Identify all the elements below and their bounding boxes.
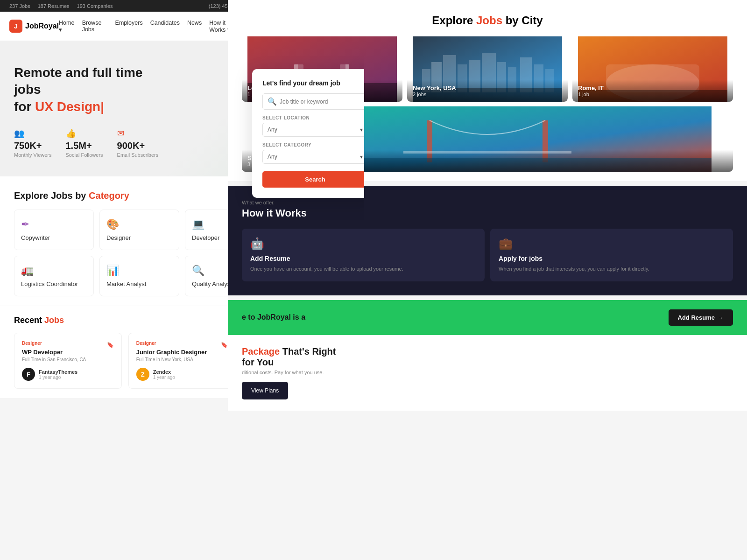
how-card-title-resume: Add Resume	[250, 255, 476, 262]
rome-overlay: Rome, IT 1 job	[572, 80, 733, 102]
pricing-section: Package That's Right for You ditional co…	[228, 335, 747, 411]
add-resume-button[interactable]: Add Resume →	[669, 309, 733, 326]
stat-monthly: 👥 750K+ Monthly Viewers	[14, 128, 52, 158]
category-designer[interactable]: 🎨 Designer	[99, 210, 179, 250]
city-card-newyork[interactable]: New York, USA 2 jobs	[407, 36, 568, 102]
newyork-overlay: New York, USA 2 jobs	[407, 80, 568, 102]
nav-employers[interactable]: Employers	[115, 20, 143, 33]
jobs-count: 237 Jobs	[9, 3, 30, 9]
newyork-jobs: 2 jobs	[413, 91, 562, 97]
category-title-normal: Explore Jobs by	[14, 190, 86, 201]
chevron-down-cat-icon: ▾	[360, 154, 363, 160]
social-stat-icon: 👍	[66, 128, 103, 139]
search-input-wrap[interactable]: 🔍	[262, 93, 364, 110]
arrow-icon: →	[718, 314, 724, 321]
rome-jobs: 1 job	[578, 91, 727, 97]
newyork-name: New York, USA	[413, 84, 562, 91]
job-footer-2: Z Zendex 1 year ago	[136, 368, 228, 381]
job-meta-2: Full Time in New York, USA	[136, 357, 228, 362]
search-icon: 🔍	[268, 97, 277, 106]
stat-social: 👍 1.5M+ Social Followers	[66, 128, 103, 158]
category-logistics[interactable]: 🚛 Logistics Coordinator	[14, 256, 94, 296]
stat-email: ✉ 900K+ Email Subscribers	[117, 128, 159, 158]
designer-label: Designer	[106, 234, 172, 241]
market-analyst-icon: 📊	[106, 265, 172, 277]
category-market-analyst[interactable]: 📊 Market Analyst	[99, 256, 179, 296]
companies-count: 193 Companies	[77, 3, 113, 9]
nav-home[interactable]: Home ▾	[59, 20, 75, 33]
job-title-2: Junior Graphic Designer	[136, 349, 228, 356]
location-select[interactable]: Any ▾	[262, 123, 364, 137]
how-title: How it Works	[242, 207, 733, 219]
category-copywriter[interactable]: ✒ Copywriter	[14, 210, 94, 250]
pricing-subtitle: ditional costs. Pay for what you use.	[242, 370, 733, 375]
search-input[interactable]	[280, 98, 363, 105]
search-card: Let's find your dream job 🔍 SELECT LOCAT…	[252, 69, 364, 198]
market-analyst-label: Market Analyst	[106, 280, 172, 287]
bookmark-icon-1[interactable]: 🔖	[107, 342, 114, 348]
cta-text: e to JobRoyal is a	[242, 313, 305, 322]
nav-news[interactable]: News	[187, 20, 202, 33]
hero-title: Remote and full time jobs for UX Design|	[14, 64, 163, 115]
job-tag-1: Designer	[22, 341, 42, 346]
how-card-resume: 🤖 Add Resume Once you have an account, y…	[242, 229, 485, 281]
logo-icon: J	[9, 20, 22, 33]
location-label: SELECT LOCATION	[262, 115, 364, 120]
search-card-title: Let's find your dream job	[262, 79, 364, 87]
bookmark-icon-2[interactable]: 🔖	[221, 342, 228, 348]
resume-icon: 🤖	[250, 237, 476, 250]
how-grid: 🤖 Add Resume Once you have an account, y…	[242, 229, 733, 281]
job-title-1: WP Developer	[22, 349, 114, 356]
job-card-1[interactable]: Designer 🔖 WP Developer Full Time in San…	[14, 333, 122, 389]
city-highlight: Jobs	[476, 14, 502, 27]
job-card-2[interactable]: Designer 🔖 Junior Graphic Designer Full …	[128, 333, 236, 389]
nav-browse[interactable]: Browse Jobs	[82, 20, 108, 33]
location-value: Any	[268, 126, 277, 133]
how-section: What we offer. How it Works 🤖 Add Resume…	[228, 186, 747, 295]
viewers-icon: 👥	[14, 128, 52, 139]
resumes-count: 187 Resumes	[38, 3, 70, 9]
logistics-icon: 🚛	[21, 265, 87, 277]
category-title-highlight: Category	[89, 190, 129, 201]
pricing-button[interactable]: View Plans	[242, 382, 288, 399]
how-card-text-apply: When you find a job that interests you, …	[499, 265, 725, 273]
how-card-title-apply: Apply for jobs	[499, 255, 725, 262]
rome-name: Rome, IT	[578, 84, 727, 91]
logo-text: JobRoyal	[25, 22, 59, 30]
hero-line1: Remote and full time jobs	[14, 65, 142, 97]
city-section-title: Explore Jobs by City	[242, 14, 733, 27]
job-meta-1: Full Time in San Francisco, CA	[22, 357, 114, 362]
apply-icon: 💼	[499, 237, 725, 250]
cta-section: e to JobRoyal is a Add Resume →	[228, 300, 747, 335]
top-bar-left: 237 Jobs 187 Resumes 193 Companies	[9, 3, 113, 9]
pricing-title: Package That's Right for You	[242, 346, 733, 368]
company-logo-2: Z	[136, 368, 149, 381]
hero-highlight: UX Design	[35, 99, 100, 114]
logistics-label: Logistics Coordinator	[21, 280, 87, 287]
copywriter-icon: ✒	[21, 218, 87, 231]
nav-candidates[interactable]: Candidates	[150, 20, 180, 33]
category-value: Any	[268, 154, 277, 160]
chevron-down-icon: ▾	[360, 126, 363, 133]
designer-icon: 🎨	[106, 218, 172, 231]
job-footer-1: F FantasyThemes 1 year ago	[22, 368, 114, 381]
category-label: SELECT CATEGORY	[262, 142, 364, 147]
how-card-apply: 💼 Apply for jobs When you find a job tha…	[490, 229, 733, 281]
copywriter-label: Copywriter	[21, 234, 87, 241]
hero-line2: for	[14, 99, 35, 114]
page-wrapper: 237 Jobs 187 Resumes 193 Companies (123)…	[0, 0, 747, 560]
company-logo-1: F	[22, 368, 35, 381]
city-card-rome[interactable]: Rome, IT 1 job	[572, 36, 733, 102]
category-select[interactable]: Any ▾	[262, 150, 364, 164]
email-stat-icon: ✉	[117, 128, 159, 139]
job-tag-2: Designer	[136, 341, 156, 346]
logo[interactable]: J JobRoyal	[9, 20, 59, 33]
how-subtitle: What we offer.	[242, 200, 733, 205]
search-button[interactable]: Search	[262, 171, 364, 188]
how-card-text-resume: Once you have an account, you will be ab…	[250, 265, 476, 273]
